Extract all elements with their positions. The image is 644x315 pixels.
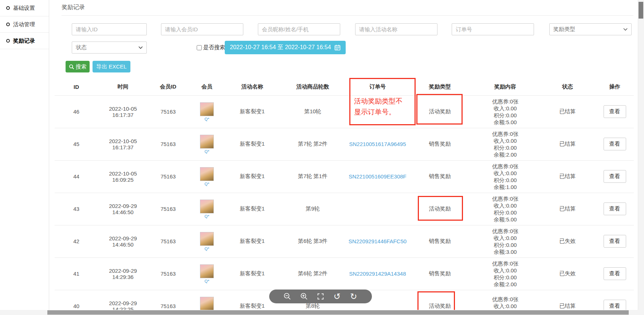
order-no-input[interactable] [452, 23, 534, 35]
reward-line: 余额:2.00 [471, 151, 539, 158]
member-avatar[interactable] [200, 200, 214, 213]
reward-line: 余额:5.00 [471, 119, 539, 126]
select-value: 奖励类型 [553, 26, 575, 33]
cell-reward-type: 销售奖励 [409, 160, 471, 193]
vertical-scrollbar-thumb[interactable] [639, 2, 643, 19]
member-nick-link[interactable]: Q* [205, 182, 209, 186]
table-header-row: ID 时间 会员ID 会员 活动名称 活动商品轮数 订单号 奖励类型 奖励内容 … [55, 79, 634, 95]
cell-id: 45 [55, 128, 98, 160]
sidebar-item-activity-management[interactable]: 活动管理 [0, 16, 49, 33]
member-avatar[interactable] [200, 167, 214, 181]
member-nick-link[interactable]: Q* [205, 214, 209, 218]
order-no-link[interactable]: SN2210051617A96495 [349, 141, 406, 147]
view-button[interactable]: 查看 [604, 235, 626, 248]
cell-id: 43 [55, 193, 98, 225]
reward-line: 优惠券:0张 [471, 163, 539, 170]
member-avatar[interactable] [200, 102, 214, 116]
page-title: 奖励记录 [62, 4, 85, 11]
member-avatar[interactable] [200, 297, 214, 311]
zoom-in-icon[interactable] [299, 292, 309, 301]
id-input[interactable] [72, 23, 147, 35]
reward-type-select[interactable]: 奖励类型 [549, 23, 632, 35]
cell-member: Q* [188, 95, 225, 128]
cell-activity: 新客裂变1 [225, 193, 279, 225]
reward-line: 收入:0.00 [471, 235, 539, 241]
order-no-link[interactable]: SN2209291429A14348 [349, 271, 406, 277]
cell-time: 2022-10-05 16:17:37 [98, 128, 148, 160]
reward-line: 积分:0.00 [471, 209, 539, 216]
view-button[interactable]: 查看 [604, 170, 626, 183]
rotate-right-icon[interactable]: ↻ [349, 292, 358, 301]
sidebar-item-reward-records[interactable]: 奖励记录 [0, 33, 49, 49]
status-select[interactable]: 状态 [72, 42, 147, 54]
reward-line: 收入:0.00 [471, 105, 539, 112]
rotate-left-icon[interactable]: ↺ [332, 292, 342, 301]
table-row: 42 2022-09-29 14:46:50 75163 Q* 新客裂变1 第6… [55, 225, 634, 257]
horizontal-scrollbar-thumb[interactable] [47, 310, 629, 315]
zoom-out-icon[interactable] [283, 292, 292, 301]
calendar-icon [334, 44, 341, 51]
circle-icon [6, 6, 10, 10]
cell-member: Q* [188, 193, 225, 225]
cell-order-no: SN2210051617A96495 [346, 128, 409, 160]
cell-status: 已结算 [539, 95, 596, 128]
search-button[interactable]: 搜索 [66, 61, 90, 72]
view-button[interactable]: 查看 [604, 105, 626, 118]
cell-reward-type: 销售奖励 [409, 128, 471, 160]
member-nick-link[interactable]: Q* [205, 279, 209, 283]
view-button[interactable]: 查看 [604, 138, 626, 150]
cell-time: 2022-10-05 16:17:37 [98, 95, 148, 128]
view-button[interactable]: 查看 [604, 202, 626, 215]
cell-id: 44 [55, 160, 98, 193]
cell-member-id: 75163 [148, 160, 188, 193]
date-range-button[interactable]: 2022-10-27 16:54 至 2022-10-27 16:54 [225, 41, 346, 54]
member-nick-link[interactable]: Q* [205, 149, 209, 154]
reward-line: 优惠券:0张 [471, 195, 539, 202]
member-name-input[interactable] [258, 23, 340, 35]
column-header: 奖励内容 [471, 79, 539, 95]
sidebar-item-label: 活动管理 [13, 21, 35, 28]
column-header: ID [55, 79, 98, 95]
cell-activity: 新客裂变1 [225, 160, 279, 193]
cell-reward-type: 销售奖励 [409, 225, 471, 257]
sidebar-item-basic-settings[interactable]: 基础设置 [0, 0, 49, 16]
cell-member: Q* [188, 225, 225, 257]
reward-line: 积分:0.00 [471, 144, 539, 151]
column-header: 时间 [98, 79, 148, 95]
reward-line: 收入:0.00 [471, 137, 539, 144]
activity-name-input[interactable] [355, 23, 437, 35]
cell-reward-content: 优惠券:0张收入:0.00积分:0.00余额:2.00 [471, 257, 539, 290]
reward-line: 余额:2.00 [471, 281, 539, 288]
member-avatar[interactable] [200, 264, 214, 278]
cell-reward-content: 优惠券:0张收入:0.00积分:0.00余额:5.00 [471, 95, 539, 128]
horizontal-scrollbar[interactable] [0, 310, 644, 315]
member-id-input[interactable] [161, 23, 243, 35]
cell-time: 2022-09-29 14:46:50 [98, 225, 148, 257]
cell-time: 2022-10-05 16:09:25 [98, 160, 148, 193]
member-avatar[interactable] [200, 135, 214, 149]
order-no-link[interactable]: SN2209291446FAFC50 [349, 238, 407, 244]
vertical-scrollbar[interactable] [638, 0, 644, 315]
cell-round: 第6轮 第2件 [279, 257, 346, 290]
cell-status: 已结算 [539, 128, 596, 160]
column-header: 操作 [596, 79, 634, 95]
reward-line: 收入:0.00 [471, 303, 539, 310]
cell-action: 查看 [596, 193, 634, 225]
column-header: 订单号 [346, 79, 409, 95]
member-avatar[interactable] [200, 232, 214, 246]
search-time-checkbox[interactable] [197, 45, 202, 50]
cell-reward-type: 销售奖励 [409, 257, 471, 290]
sidebar: 基础设置 活动管理 奖励记录 [0, 0, 49, 315]
member-nick-link[interactable]: Q* [205, 117, 209, 121]
reward-line: 优惠券:0张 [471, 296, 539, 303]
order-no-link[interactable]: SN2210051609EE308F [349, 173, 406, 180]
fullscreen-icon[interactable] [316, 292, 325, 301]
member-nick-link[interactable]: Q* [205, 247, 209, 251]
cell-action: 查看 [596, 128, 634, 160]
view-button[interactable]: 查看 [604, 267, 626, 280]
sidebar-item-label: 基础设置 [13, 5, 35, 12]
cell-activity: 新客裂变1 [225, 225, 279, 257]
reward-line: 收入:0.00 [471, 267, 539, 274]
export-excel-button[interactable]: 导出 EXCEL [93, 61, 130, 72]
cell-member-id: 75163 [148, 257, 188, 290]
